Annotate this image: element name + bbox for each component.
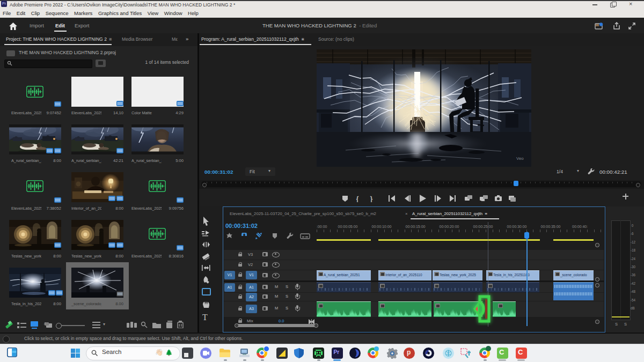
- svg-text:♫: ♫: [43, 322, 46, 325]
- svg-text:T: T: [202, 313, 208, 322]
- svg-text:}: }: [370, 195, 372, 203]
- svg-text:Veo: Veo: [516, 156, 524, 161]
- svg-text:{: {: [356, 195, 358, 203]
